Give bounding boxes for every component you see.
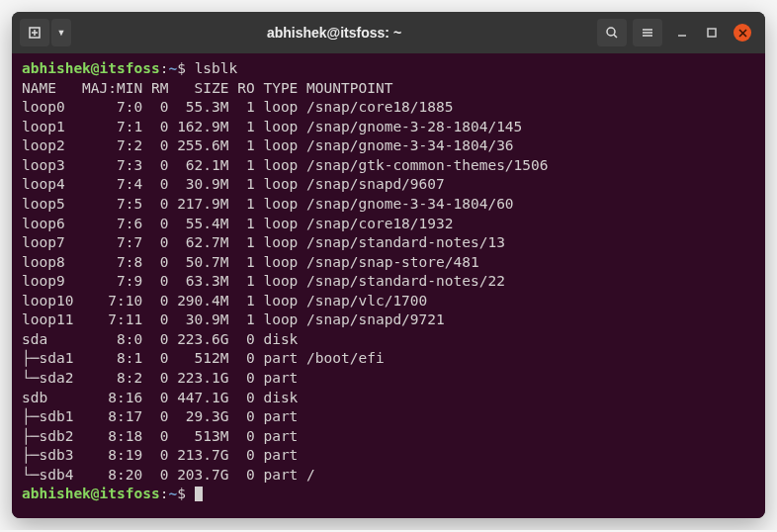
lsblk-output: NAME MAJ:MIN RM SIZE RO TYPE MOUNTPOINT … xyxy=(22,80,549,483)
maximize-icon xyxy=(707,28,717,38)
prompt2-userhost: abhishek@itsfoss xyxy=(22,486,160,501)
search-button[interactable] xyxy=(597,19,627,46)
window-title: abhishek@itsfoss: ~ xyxy=(77,25,591,41)
window-controls xyxy=(668,24,757,42)
terminal-body[interactable]: abhishek@itsfoss:~$ lsblk NAME MAJ:MIN R… xyxy=(12,53,765,518)
new-tab-button[interactable] xyxy=(20,19,49,46)
new-tab-icon xyxy=(28,26,42,40)
prompt2-sep2: $ xyxy=(177,486,194,501)
command-text: lsblk xyxy=(195,60,238,76)
prompt-path: ~ xyxy=(168,60,177,76)
tab-dropdown-button[interactable]: ▼ xyxy=(51,19,71,46)
cursor xyxy=(195,487,203,501)
menu-button[interactable] xyxy=(633,19,662,46)
new-tab-group: ▼ xyxy=(20,19,71,46)
chevron-down-icon: ▼ xyxy=(57,28,66,38)
minimize-button[interactable] xyxy=(674,25,690,41)
hamburger-icon xyxy=(641,26,654,40)
svg-rect-9 xyxy=(708,29,716,37)
close-button[interactable] xyxy=(734,24,751,42)
minimize-icon xyxy=(677,28,687,38)
close-icon xyxy=(738,29,747,38)
svg-line-4 xyxy=(614,35,617,38)
prompt-userhost: abhishek@itsfoss xyxy=(22,60,160,76)
prompt-sep2: $ xyxy=(177,60,194,76)
terminal-window: ▼ abhishek@itsfoss: ~ abhishek@itsfoss:~… xyxy=(12,12,765,518)
svg-point-3 xyxy=(607,28,615,36)
prompt2-path: ~ xyxy=(168,486,177,501)
titlebar: ▼ abhishek@itsfoss: ~ xyxy=(12,12,765,53)
maximize-button[interactable] xyxy=(704,25,720,41)
search-icon xyxy=(605,26,619,40)
